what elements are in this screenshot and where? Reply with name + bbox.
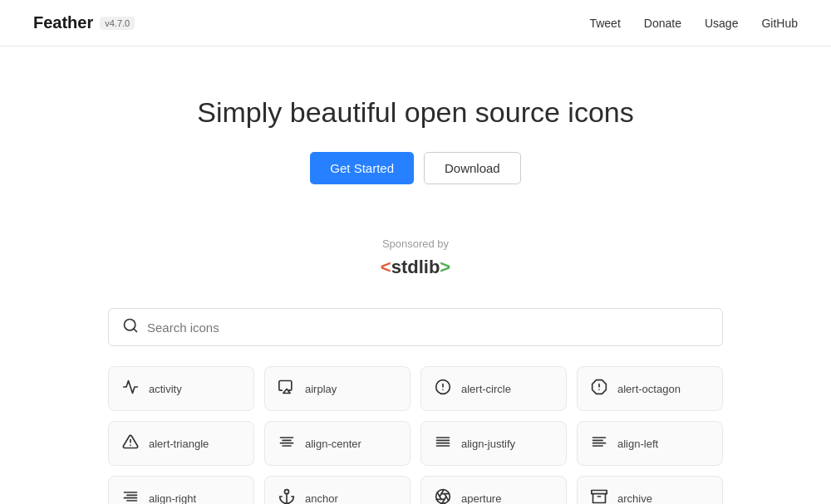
icon-card-align-left[interactable]: align-left — [577, 421, 723, 466]
sponsor-logo[interactable]: < stdlib > — [17, 257, 814, 278]
hero-title: Simply beautiful open source icons — [17, 96, 814, 129]
version-badge: v4.7.0 — [100, 17, 135, 30]
sponsor-name: stdlib — [391, 257, 440, 278]
icon-label-alert-triangle: alert-triangle — [149, 438, 209, 450]
airplay-icon — [278, 379, 295, 399]
sponsor-section: Sponsored by < stdlib > — [0, 218, 831, 308]
icon-label-aperture: aperture — [461, 492, 501, 505]
icon-card-archive[interactable]: archive — [577, 476, 723, 504]
get-started-button[interactable]: Get Started — [310, 152, 414, 184]
aperture-icon — [435, 488, 451, 504]
search-icon — [122, 317, 139, 337]
hero-buttons: Get Started Download — [17, 152, 814, 184]
alert-circle-icon — [435, 379, 451, 399]
hero-section: Simply beautiful open source icons Get S… — [0, 46, 831, 218]
icon-label-align-justify: align-justify — [461, 438, 515, 450]
icon-label-archive: archive — [617, 492, 652, 505]
alert-triangle-icon — [122, 433, 139, 453]
nav-github[interactable]: GitHub — [761, 17, 798, 30]
icon-card-activity[interactable]: activity — [108, 366, 254, 411]
icon-card-alert-circle[interactable]: alert-circle — [420, 366, 567, 411]
icon-label-airplay: airplay — [305, 383, 337, 395]
brand: Feather v4.7.0 — [33, 13, 135, 32]
icon-label-align-center: align-center — [305, 438, 361, 450]
icon-label-align-right: align-right — [149, 492, 196, 505]
nav-links: Tweet Donate Usage GitHub — [589, 17, 798, 30]
icon-label-align-left: align-left — [617, 438, 658, 450]
nav-donate[interactable]: Donate — [644, 17, 681, 30]
icon-card-align-center[interactable]: align-center — [264, 421, 411, 466]
sponsor-label: Sponsored by — [17, 237, 814, 250]
navbar: Feather v4.7.0 Tweet Donate Usage GitHub — [0, 0, 831, 46]
search-input[interactable] — [147, 321, 709, 335]
align-center-icon — [278, 433, 295, 453]
icon-card-alert-triangle[interactable]: alert-triangle — [108, 421, 254, 466]
download-button[interactable]: Download — [424, 152, 521, 184]
nav-tweet[interactable]: Tweet — [589, 17, 620, 30]
sponsor-gt-icon: > — [440, 257, 450, 278]
icon-card-align-justify[interactable]: align-justify — [420, 421, 567, 466]
icon-label-alert-octagon: alert-octagon — [617, 383, 681, 395]
nav-usage[interactable]: Usage — [705, 17, 738, 30]
archive-icon — [591, 488, 607, 504]
align-justify-icon — [435, 433, 451, 453]
svg-marker-2 — [283, 389, 290, 394]
alert-octagon-icon — [591, 379, 607, 399]
icon-card-aperture[interactable]: aperture — [420, 476, 567, 504]
anchor-icon — [278, 488, 295, 504]
icon-card-align-right[interactable]: align-right — [108, 476, 254, 504]
search-box — [108, 308, 723, 346]
icon-card-airplay[interactable]: airplay — [264, 366, 411, 411]
search-container — [91, 308, 740, 346]
sponsor-lt-icon: < — [381, 257, 391, 278]
icon-label-anchor: anchor — [305, 492, 338, 505]
icon-card-alert-octagon[interactable]: alert-octagon — [577, 366, 723, 411]
icon-label-activity: activity — [149, 383, 182, 395]
icons-grid: activityairplayalert-circlealert-octagon… — [91, 366, 740, 504]
align-right-icon — [122, 488, 139, 504]
icon-card-anchor[interactable]: anchor — [264, 476, 411, 504]
brand-name: Feather — [33, 13, 93, 32]
svg-rect-36 — [592, 491, 607, 494]
svg-line-1 — [134, 329, 137, 332]
align-left-icon — [591, 433, 607, 453]
activity-icon — [122, 379, 139, 399]
icon-label-alert-circle: alert-circle — [461, 383, 511, 395]
